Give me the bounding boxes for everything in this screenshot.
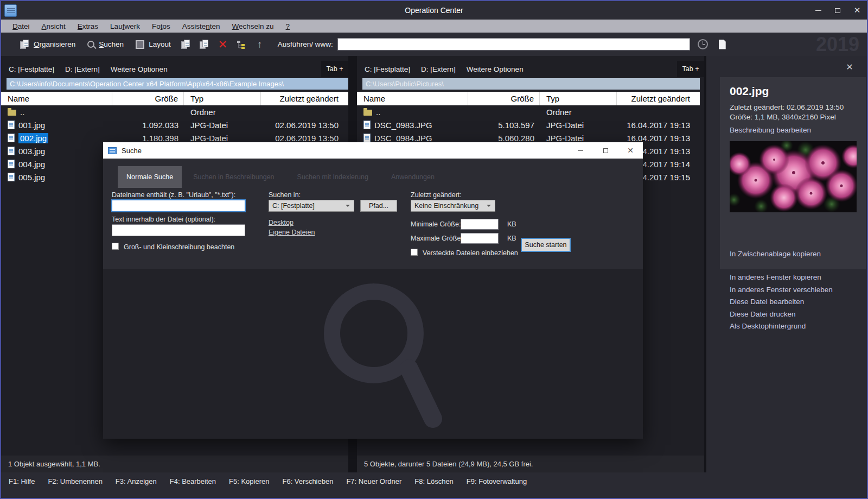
copy-alt-button[interactable] — [195, 33, 214, 56]
left-pathbar[interactable]: C:\Users\info\Documents\Operation Center… — [7, 78, 348, 90]
file-name-cell: 002.jpg — [1, 133, 112, 143]
menu-item-assistenten[interactable]: Assistenten — [176, 22, 226, 30]
min-size-unit: KB — [507, 220, 516, 228]
filename-input[interactable] — [112, 200, 245, 212]
file-name: 005.jpg — [18, 173, 45, 182]
hidden-files-checkbox[interactable] — [411, 249, 418, 256]
layout-button[interactable]: Layout — [130, 33, 177, 56]
up-arrow-icon: ↑ — [257, 39, 263, 50]
right-pathbar[interactable]: C:\Users\Public\Pictures\ — [362, 78, 700, 90]
preview-sidebar: ✕ 002.jpg Zuletzt geändert: 02.06.2019 1… — [705, 56, 867, 472]
text-in-file-input[interactable] — [112, 224, 245, 236]
menu-item-fotos[interactable]: Fotos — [146, 22, 176, 30]
min-size-input[interactable] — [461, 219, 499, 230]
fnkey-f6[interactable]: F6: Verschieben — [282, 477, 333, 498]
column-header-zuletzt-geändert[interactable]: Zuletzt geändert — [617, 92, 700, 105]
left-tab-c-festplatte[interactable]: C: [Festplatte] — [9, 65, 54, 73]
quick-link-desktop[interactable]: Desktop — [269, 219, 293, 226]
dialog-maximize-button[interactable] — [593, 142, 618, 159]
column-header-name[interactable]: Name — [1, 92, 112, 105]
search-in-label: Suchen in: — [269, 191, 301, 199]
minimize-button[interactable] — [808, 1, 828, 20]
selected-file-title: 002.jpg — [730, 85, 857, 98]
fnkey-f8[interactable]: F8: Löschen — [414, 477, 454, 498]
maximize-button[interactable] — [828, 1, 847, 20]
search-in-dropdown[interactable]: C: [Festplatte] — [269, 200, 354, 212]
column-header-name[interactable]: Name — [357, 92, 468, 105]
left-tab-plus-button[interactable]: Tab + — [321, 61, 348, 77]
dialog-tab-suchen-mit-indexierung[interactable]: Suchen mit Indexierung — [286, 173, 380, 181]
min-size-label: Minimale Größe: — [411, 220, 461, 228]
file-row[interactable]: 001.jpg1.092.033JPG-Datei02.06.2019 13:5… — [1, 118, 348, 131]
file-icon — [363, 134, 371, 142]
right-tab-d-extern[interactable]: D: [Extern] — [421, 65, 456, 73]
up-directory-button[interactable]: ↑ — [251, 33, 269, 56]
sidebar-close-icon[interactable]: ✕ — [844, 61, 855, 72]
action-diese-datei-drucken[interactable]: Diese Datei drucken — [730, 309, 833, 319]
action-in-anderes-fenster-verschieben[interactable]: In anderes Fenster verschieben — [730, 285, 833, 294]
file-icon — [8, 173, 15, 181]
fnkey-f3[interactable]: F3: Anzeigen — [116, 477, 157, 498]
right-tab-plus-button[interactable]: Tab + — [677, 61, 704, 77]
edit-description-link[interactable]: Beschreibung bearbeiten — [730, 126, 857, 134]
quick-link-eigene-dateien[interactable]: Eigene Dateien — [269, 229, 315, 236]
fnkey-f4[interactable]: F4: Bearbeiten — [170, 477, 216, 498]
column-header-zuletzt-geändert[interactable]: Zuletzt geändert — [261, 92, 348, 105]
case-sensitive-checkbox[interactable] — [112, 243, 119, 250]
file-row[interactable]: ..Ordner — [1, 105, 348, 118]
fnkey-f5[interactable]: F5: Kopieren — [229, 477, 269, 498]
action-als-desktophintergrund[interactable]: Als Desktophintergrund — [730, 321, 833, 331]
fnkey-f7[interactable]: F7: Neuer Ordner — [346, 477, 401, 498]
menu-item-item[interactable]: ? — [280, 22, 296, 30]
fnkey-f2[interactable]: F2: Umbenennen — [48, 477, 102, 498]
right-tab-weitere-optionen[interactable]: Weitere Optionen — [467, 65, 524, 73]
file-name-cell: DSC_0983.JPG — [357, 121, 468, 130]
search-dialog: Suche ✕ Normale SucheSuchen in Beschreib… — [103, 142, 643, 439]
menu-item-extras[interactable]: Extras — [72, 22, 104, 30]
column-header-typ[interactable]: Typ — [540, 92, 617, 105]
menu-item-datei[interactable]: Datei — [7, 22, 36, 30]
file-type-cell: Ordner — [184, 108, 261, 117]
file-date-cell: 02.06.2019 13:50 — [261, 134, 348, 143]
copy-button[interactable] — [177, 33, 195, 56]
copy-to-clipboard-link[interactable]: In Zwischenablage kopieren — [730, 250, 821, 258]
column-header-typ[interactable]: Typ — [184, 92, 261, 105]
close-button[interactable]: ✕ — [847, 1, 867, 20]
action-diese-datei-bearbeiten[interactable]: Diese Datei bearbeiten — [730, 297, 833, 306]
right-tabrow: C: [Festplatte]D: [Extern]Weitere Option… — [357, 61, 704, 77]
file-name: 004.jpg — [18, 160, 45, 169]
dialog-minimize-button[interactable] — [568, 142, 593, 159]
dialog-tab-anwendungen[interactable]: Anwendungen — [380, 173, 446, 181]
document-icon[interactable] — [719, 40, 726, 49]
dialog-titlebar: Suche ✕ — [103, 142, 643, 159]
action-in-anderes-fenster-kopieren[interactable]: In anderes Fenster kopieren — [730, 273, 833, 282]
menu-item-wechseln-zu[interactable]: Wechseln zu — [226, 22, 280, 30]
dialog-tab-normale-suche[interactable]: Normale Suche — [118, 166, 182, 188]
dialog-title: Suche — [122, 147, 142, 155]
path-button[interactable]: Pfad... — [360, 200, 397, 212]
start-search-button[interactable]: Suche starten — [521, 238, 571, 252]
menu-item-laufwerk[interactable]: Laufwerk — [104, 22, 146, 30]
file-row[interactable]: DSC_0983.JPG5.103.597JPG-Datei16.04.2017… — [357, 118, 700, 131]
left-column-header: NameGrößeTypZuletzt geändert — [1, 92, 348, 105]
tree-view-button[interactable] — [232, 33, 251, 56]
modified-dropdown[interactable]: Keine Einschränkung — [411, 200, 495, 212]
right-tab-c-festplatte[interactable]: C: [Festplatte] — [365, 65, 410, 73]
dialog-tab-suchen-in-beschreibungen[interactable]: Suchen in Beschreibungen — [182, 173, 285, 181]
left-tab-weitere-optionen[interactable]: Weitere Optionen — [111, 65, 168, 73]
column-header-größe[interactable]: Größe — [468, 92, 540, 105]
column-header-größe[interactable]: Größe — [112, 92, 184, 105]
menu-item-ansicht[interactable]: Ansicht — [36, 22, 72, 30]
fnkey-f9[interactable]: F9: Fotoverwaltung — [467, 477, 527, 498]
delete-button[interactable]: ✕ — [214, 33, 232, 56]
run-input[interactable] — [337, 38, 690, 50]
history-clock-icon[interactable] — [698, 39, 708, 49]
max-size-input[interactable] — [461, 233, 499, 244]
search-button[interactable]: Suchen — [81, 33, 130, 56]
fnkey-f1[interactable]: F1: Hilfe — [9, 477, 35, 498]
file-row[interactable]: ..Ordner — [357, 105, 700, 118]
organize-button[interactable]: Organisieren — [14, 33, 81, 56]
dialog-close-button[interactable]: ✕ — [618, 142, 643, 159]
window-controls: ✕ — [808, 1, 867, 20]
left-tab-d-extern[interactable]: D: [Extern] — [65, 65, 100, 73]
